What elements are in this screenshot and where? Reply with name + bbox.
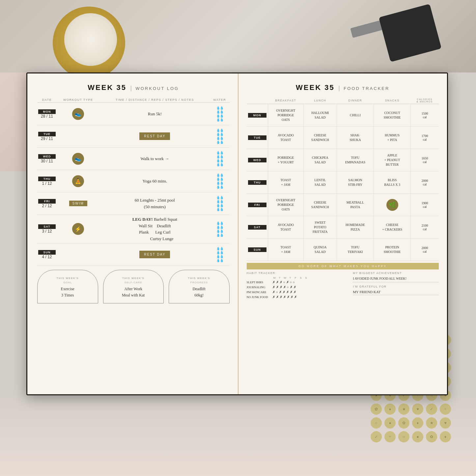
food-day-mon: MON <box>247 104 268 126</box>
dinner-mon: CHILLI <box>337 104 374 126</box>
workout-icon-cell-wed: 👟 <box>57 148 100 170</box>
right-page-header: WEEK 35 | FOOD TRACKER <box>247 83 439 92</box>
food-cell: OVERNIGHTPORRIDGEOATS <box>269 108 302 122</box>
drop: 💧 <box>220 110 223 114</box>
lunch-tue: CHEESESANDWICH <box>303 126 337 149</box>
sticker-dot: ♦ <box>412 417 423 429</box>
lunch-sat: SWEETPOTATOFRITTATA <box>303 216 337 238</box>
day-label: FRI <box>248 203 266 207</box>
sticker-dot: ♦ <box>384 404 396 415</box>
check: ○ <box>283 280 285 284</box>
drop-empty: 💧 <box>220 140 223 144</box>
food-table-row: SUN TOAST+ JAM QUINOASALAD TOFUTERIYAKI … <box>247 238 439 261</box>
habit-days-header: M T W T F S S <box>272 276 350 279</box>
motivational-banner: DO MORE OF WHAT MAKES YOU HAPPY <box>247 263 439 269</box>
habit-days-sleep: ✗ ✗ ✗ ○ ✗ ○ ○ <box>272 280 295 284</box>
drop-empty: 💧 <box>220 163 223 166</box>
food-cell: SWEETPOTATOFRITTATA <box>305 220 335 234</box>
left-page-header: WEEK 35 | WORKOUT LOG <box>37 83 230 92</box>
check: ✗ <box>294 290 296 294</box>
food-col-day <box>247 97 268 104</box>
drop: 💧 <box>220 251 223 254</box>
day-letter-f: F <box>294 276 298 279</box>
workout-icon-yoga: 🧘 <box>72 175 84 187</box>
food-table-row: FRI OVERNIGHTPORRIDGEOATS CHEESESANDWICH… <box>247 194 439 216</box>
food-cell: HALLOUMISALAD <box>305 111 335 120</box>
notes-cell-sat: LEG DAY! Barbell Squat Wall Sit Deadlift… <box>100 215 210 243</box>
day-letter-w: W <box>283 276 287 279</box>
food-cell: OVERNIGHTPORRIDGEOATS <box>269 198 302 212</box>
check: ✗ <box>294 295 297 299</box>
workout-icon-cell-sun <box>57 243 100 266</box>
calories-mon: 1500cal <box>411 104 439 126</box>
food-cell: HUMMUS+ PITA <box>375 133 409 142</box>
water-cell-thu: 💧 💧 💧 💧 💧 💧 💧 💧 <box>210 170 229 192</box>
water-cell-fri: 💧 💧 💧 💧 💧 💧 💧 💧 <box>210 192 229 215</box>
dinner-thu: SALMONSTIR-FRY <box>337 171 374 194</box>
habit-name-junk: No Junk Food <box>247 295 271 299</box>
day-label: WED <box>38 154 56 159</box>
drop: 💧 <box>216 247 219 250</box>
day-label-thu: THU 1 / 12 <box>37 170 57 192</box>
workout-icon-cell-thu: 🧘 <box>57 170 100 192</box>
check: ○ <box>287 285 289 289</box>
drop: 💧 <box>216 110 219 114</box>
food-cell: PORRIDGE+ YOGURT <box>269 155 302 165</box>
notes-cell-tue: REST DAY <box>100 125 210 148</box>
habit-row-skincare: PM Skincare ✗ ○ ✗ ✗ ✗ ✗ ✗ <box>247 290 350 294</box>
check: ✗ <box>272 290 275 294</box>
sticker-dot: ★ <box>426 417 437 429</box>
drop: 💧 <box>220 114 223 118</box>
date-cell: 1 / 12 <box>38 181 56 186</box>
day-letter-t2: T <box>288 276 293 279</box>
lunch-wed: CHICKPEASALAD <box>303 149 337 171</box>
selfcare-label: This week's <box>107 277 160 280</box>
check: ✗ <box>291 295 293 299</box>
left-page-type: WORKOUT LOG <box>135 86 179 91</box>
food-cell: SALMONSTIR-FRY <box>338 178 373 187</box>
drop: 💧 <box>220 136 223 140</box>
habit-title: HABIT TRACKER: <box>247 271 350 275</box>
check: ✗ <box>280 295 282 299</box>
snacks-mon: COCONUTSMOOTHIE <box>374 104 411 126</box>
workout-icon-cell-fri: SWIM <box>57 192 100 215</box>
drop: 💧 <box>216 225 219 229</box>
check: ✗ <box>276 280 279 284</box>
water-drops-sun: 💧 💧 💧 💧 💧 💧 💧 💧 <box>211 247 228 262</box>
food-cell: BLISSBALLS x 3 <box>375 178 409 187</box>
food-cell: QUINOASALAD <box>305 245 335 254</box>
food-table: BREAKFAST LUNCH DINNER SNACKS CALORIES& … <box>247 97 439 261</box>
check: ✗ <box>272 295 275 299</box>
table-row: TUE 29 / 11 REST DAY 💧 💧 💧 💧 💧 <box>37 125 230 148</box>
swim-tag: SWIM <box>69 201 87 206</box>
rest-day-tag-sun: REST DAY <box>139 251 170 258</box>
progress-subtitle: PROGRESS <box>173 281 225 284</box>
sticker-dot: + <box>384 431 396 442</box>
col-water: WATER <box>210 97 229 103</box>
drop-empty: 💧 <box>220 255 223 258</box>
col-date: DATE <box>37 97 57 103</box>
day-label-fri: FRI 2 / 12 <box>37 192 57 215</box>
check: ✗ <box>286 280 289 284</box>
achievement-title: MY BIGGEST ACHIEVEMENT <box>353 271 439 275</box>
check: ✗ <box>272 280 275 284</box>
food-col-dinner: DINNER <box>337 97 374 104</box>
day-label: WED <box>248 158 266 162</box>
food-cell: AVOCADOTOAST <box>269 133 302 142</box>
drop: 💧 <box>216 155 219 158</box>
notes-cell-fri: 60 Lenghts - 25mt pool(50 minutes) <box>100 192 210 215</box>
sticker-dot: ★ <box>398 404 409 415</box>
lunch-sun: QUINOASALAD <box>303 238 337 261</box>
bowl-decoration <box>64 13 117 66</box>
day-label: TUE <box>38 132 56 136</box>
drop: 💧 <box>216 251 219 254</box>
day-letter-m: M <box>272 276 277 279</box>
food-table-row: THU TOAST+ JAM LENTILSALAD SALMONSTIR-FR… <box>247 171 439 194</box>
water-drops-sat: 💧 💧 💧 💧 💧 💧 💧 💧 <box>211 221 228 237</box>
col-workout-type: WORKOUT TYPE <box>57 97 100 103</box>
day-label: MON <box>248 113 266 118</box>
water-drops-tue: 💧 💧 💧 💧 💧 💧 💧 💧 <box>211 128 228 144</box>
food-table-row: MON OVERNIGHTPORRIDGEOATS HALLOUMISALAD … <box>247 104 439 126</box>
drop: 💧 <box>220 106 223 110</box>
right-week-number: WEEK 35 <box>296 83 335 92</box>
